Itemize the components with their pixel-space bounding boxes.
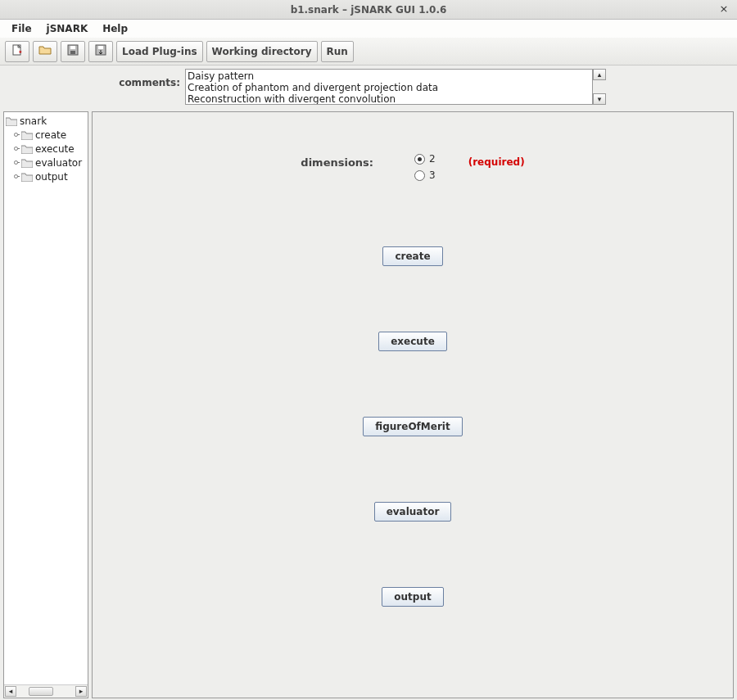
svg-rect-7 (98, 46, 103, 49)
save-as-button[interactable] (88, 41, 113, 62)
tree-pane: snark create execute evaluator output (3, 111, 88, 698)
svg-rect-4 (70, 46, 75, 49)
radio-icon (414, 170, 425, 181)
scroll-thumb[interactable] (29, 687, 53, 696)
dimensions-row: dimensions: 2 3 (required) (101, 153, 725, 181)
scroll-right-icon[interactable]: ▸ (75, 686, 87, 697)
evaluator-button[interactable]: evaluator (374, 502, 452, 522)
svg-point-8 (15, 133, 18, 137)
window-titlebar: b1.snark – jSNARK GUI 1.0.6 × (0, 0, 737, 20)
svg-point-14 (15, 175, 18, 178)
radio-label: 3 (429, 169, 436, 181)
tree-horizontal-scrollbar[interactable]: ◂ ▸ (4, 684, 88, 698)
floppy-disk-arrow-icon (94, 43, 107, 59)
tree-item-label: create (35, 129, 66, 141)
new-file-button[interactable]: * (5, 41, 29, 62)
output-button[interactable]: output (382, 587, 443, 607)
scroll-up-icon[interactable]: ▴ (593, 69, 606, 80)
menu-file[interactable]: File (5, 21, 38, 36)
svg-point-10 (15, 147, 18, 151)
radio-label: 2 (429, 153, 436, 165)
action-buttons: create execute figureOfMerit evaluator o… (101, 246, 725, 607)
comments-line: Reconstruction with divergent convolutio… (188, 93, 590, 105)
tree-item-label: evaluator (35, 157, 82, 169)
folder-icon (21, 172, 33, 182)
work-area: snark create execute evaluator output (0, 110, 737, 700)
tree-item-create[interactable]: create (4, 128, 88, 142)
comments-label: comments: (0, 69, 185, 88)
dimensions-radio-2[interactable]: 2 (414, 153, 436, 165)
tree-item-label: output (35, 171, 68, 183)
svg-text:*: * (19, 50, 22, 56)
folder-icon (21, 158, 33, 168)
scroll-left-icon[interactable]: ◂ (5, 686, 16, 697)
load-plugins-button[interactable]: Load Plug-ins (116, 41, 203, 62)
floppy-disk-icon (66, 43, 79, 59)
tree-expand-icon[interactable] (12, 173, 20, 180)
comments-scrollbar[interactable]: ▴ ▾ (593, 69, 606, 105)
tree-root-label: snark (20, 115, 47, 127)
tree-expand-icon[interactable] (12, 145, 20, 152)
figureofmerit-button[interactable]: figureOfMerit (363, 417, 462, 436)
tree-item-evaluator[interactable]: evaluator (4, 156, 88, 169)
comments-line: Creation of phantom and divergent projec… (188, 82, 590, 93)
dimensions-label: dimensions: (301, 156, 373, 169)
dimensions-radio-group: 2 3 (414, 153, 436, 181)
execute-button[interactable]: execute (378, 332, 447, 351)
menubar: File jSNARK Help (0, 20, 737, 38)
svg-point-12 (15, 161, 18, 165)
tree-root[interactable]: snark (4, 114, 88, 128)
tree-expand-icon[interactable] (12, 159, 20, 166)
save-button[interactable] (61, 41, 85, 62)
window-close-icon[interactable]: × (717, 2, 730, 16)
dimensions-radio-3[interactable]: 3 (414, 169, 436, 181)
radio-icon (414, 154, 425, 165)
tree-expand-icon[interactable] (12, 131, 20, 138)
comments-textarea[interactable]: Daisy pattern Creation of phantom and di… (185, 69, 593, 105)
run-button[interactable]: Run (321, 41, 354, 62)
tree-item-execute[interactable]: execute (4, 142, 88, 156)
comments-row: comments: Daisy pattern Creation of phan… (0, 65, 737, 110)
window-title: b1.snark – jSNARK GUI 1.0.6 (291, 4, 447, 16)
scroll-down-icon[interactable]: ▾ (593, 93, 606, 105)
comments-line: Daisy pattern (188, 70, 590, 82)
toolbar: * Load Plug-ins Working directory Run (0, 38, 737, 65)
working-directory-button[interactable]: Working directory (206, 41, 318, 62)
open-file-button[interactable] (33, 41, 57, 62)
tree-item-label: execute (35, 143, 75, 155)
folder-icon (21, 144, 33, 154)
create-button[interactable]: create (382, 246, 442, 266)
folder-icon (6, 116, 17, 126)
svg-rect-5 (70, 51, 75, 54)
tree-item-output[interactable]: output (4, 169, 88, 183)
menu-jsnark[interactable]: jSNARK (40, 21, 95, 36)
required-label: (required) (468, 156, 525, 168)
new-file-icon: * (11, 43, 24, 59)
menu-help[interactable]: Help (96, 21, 134, 36)
folder-icon (21, 130, 33, 140)
main-pane: dimensions: 2 3 (required) create execut… (92, 111, 734, 698)
open-folder-icon (38, 43, 52, 59)
